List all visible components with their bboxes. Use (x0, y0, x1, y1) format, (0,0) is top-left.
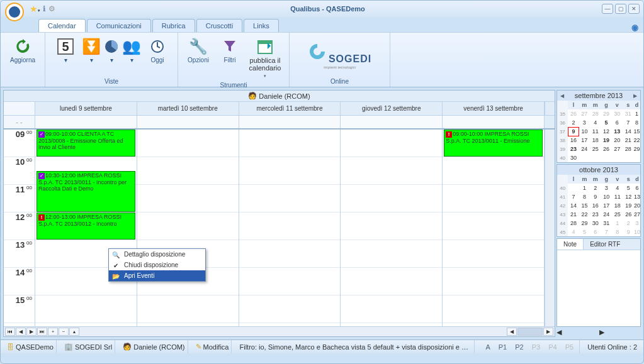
mini-cal-day[interactable]: 1 (633, 109, 640, 118)
mini-cal-day[interactable]: 18 (612, 201, 623, 210)
mini-cal-day[interactable]: 21 (568, 210, 579, 219)
mini-cal-day[interactable]: 27 (612, 145, 623, 153)
mini-cal-day[interactable]: 11 (590, 127, 601, 136)
mini-cal-day[interactable]: 30 (612, 109, 623, 118)
mini-cal-day[interactable]: 15 (579, 201, 590, 210)
mini-cal-day[interactable] (623, 153, 633, 162)
day-column[interactable] (137, 130, 239, 326)
view-pie-button[interactable]: ▾ (102, 34, 121, 66)
mini-cal-day[interactable]: 15 (633, 127, 640, 136)
mini-calendar-sep[interactable]: ◀settembre 2013▶lmmgvsd35262728293031136… (556, 90, 641, 163)
nav-prev[interactable]: ◀ (16, 328, 26, 336)
publish-button[interactable]: pubblica il calendario ▾ (246, 34, 284, 81)
mini-cal-day[interactable]: 20 (612, 136, 623, 145)
info-icon[interactable]: ℹ (43, 4, 46, 13)
view-people-button[interactable]: 👥▾ (122, 34, 141, 66)
day-header[interactable]: lunedì 9 settembre (35, 102, 137, 115)
mini-cal-day[interactable]: 3 (579, 118, 590, 127)
mini-calendar-oct[interactable]: ottobre 2013lmmgvsd401234564178910111213… (556, 164, 641, 237)
mini-cal-day[interactable] (579, 153, 590, 162)
day-column[interactable]: ✓09:00-10:00 CLIENTA A TC 2013/0008 - Em… (35, 130, 137, 326)
mini-cal-day[interactable]: 23 (590, 210, 601, 219)
mini-cal-day[interactable]: 9 (568, 127, 579, 136)
mini-cal-day[interactable]: 2 (623, 219, 633, 228)
mini-cal-day[interactable]: 8 (633, 118, 640, 127)
mini-cal-day[interactable]: 17 (601, 201, 612, 210)
mini-cal-day[interactable]: 29 (579, 219, 590, 228)
mini-cal-day[interactable]: 21 (623, 136, 633, 145)
gear-icon[interactable]: ⚙ (48, 4, 55, 13)
mini-cal-day[interactable] (590, 153, 601, 162)
mini-cal-day[interactable]: 30 (590, 219, 601, 228)
mini-cal-day[interactable] (601, 153, 611, 162)
context-menu-item[interactable]: ✔Chiudi disposizione (109, 260, 205, 270)
maximize-button[interactable]: ▢ (615, 4, 626, 14)
mini-cal-day[interactable]: 28 (590, 109, 601, 118)
day-header[interactable]: venerdì 13 settembre (443, 102, 545, 115)
nav-add[interactable]: + (48, 328, 58, 336)
mini-cal-day[interactable]: 9 (623, 228, 633, 236)
mini-cal-day[interactable]: 19 (623, 201, 633, 210)
refresh-button[interactable]: Aggiorna (6, 34, 40, 66)
mini-cal-day[interactable]: 5 (623, 184, 633, 192)
help-icon[interactable]: ◉ (631, 23, 638, 32)
mini-cal-day[interactable]: 14 (568, 201, 579, 210)
mini-cal-day[interactable]: 26 (623, 210, 633, 219)
calendar-event[interactable]: ✓09:00-10:00 CLIENTA A TC 2013/0008 - Em… (37, 130, 135, 157)
page-button[interactable]: A (482, 343, 493, 351)
tab-rubrica[interactable]: Rubrica (152, 19, 195, 32)
sb-modifica[interactable]: ✎Modifica (193, 340, 232, 353)
mini-cal-day[interactable]: 11 (612, 192, 623, 201)
mini-cal-day[interactable]: 14 (623, 127, 633, 136)
mini-cal-day[interactable]: 22 (579, 210, 590, 219)
mini-cal-day[interactable]: 27 (579, 109, 590, 118)
scroll-right[interactable]: ▶ (543, 328, 553, 336)
star-icon[interactable]: ★▾ (30, 4, 40, 14)
calendar-event[interactable]: !09:00-10:00 IMPRESA ROSSI S.p.A. TC 201… (444, 130, 543, 157)
notes-body[interactable] (557, 250, 640, 326)
day-column[interactable] (341, 130, 443, 326)
sb-company[interactable]: 🏢SOGEDI Srl (62, 340, 115, 353)
tab-links[interactable]: Links (244, 19, 279, 32)
nav-first[interactable]: ⏮ (5, 328, 15, 336)
side-scroll-left[interactable]: ◀ (556, 328, 599, 337)
nav-remove[interactable]: − (59, 328, 69, 336)
mini-cal-day[interactable]: 16 (590, 201, 601, 210)
tab-calendar[interactable]: Calendar (38, 19, 86, 32)
mini-cal-day[interactable]: 9 (590, 192, 601, 201)
mini-cal-day[interactable] (633, 153, 640, 162)
nav-last[interactable]: ⏭ (37, 328, 47, 336)
mini-cal-day[interactable]: 13 (612, 127, 623, 136)
mini-cal-day[interactable]: 8 (612, 228, 623, 236)
page-button[interactable]: P2 (512, 343, 526, 351)
mini-cal-day[interactable] (568, 184, 579, 192)
notes-tab-rtf[interactable]: Editor RTF (584, 239, 626, 250)
mini-cal-day[interactable]: 26 (601, 145, 611, 153)
calendar-event[interactable]: !12:00-13:00 IMPRESA ROSSI S.p.A. TC 201… (37, 212, 135, 240)
tab-comunicazioni[interactable]: Comunicazioni (87, 19, 151, 32)
sb-user[interactable]: 🧑Daniele (RCOM) (120, 340, 188, 353)
mini-cal-day[interactable]: 10 (601, 192, 612, 201)
next-month-icon[interactable]: ▶ (631, 93, 639, 99)
filters-button[interactable]: Filtri (215, 34, 245, 66)
mini-cal-day[interactable]: 2 (568, 118, 579, 127)
mini-cal-day[interactable]: 18 (590, 136, 601, 145)
scroll-left[interactable]: ◀ (507, 328, 517, 336)
mini-cal-day[interactable]: 30 (568, 153, 579, 162)
mini-cal-day[interactable]: 2 (590, 184, 601, 192)
mini-cal-day[interactable]: 5 (601, 118, 611, 127)
mini-cal-day[interactable]: 4 (612, 184, 623, 192)
mini-cal-day[interactable] (612, 153, 623, 162)
mini-cal-day[interactable]: 6 (590, 228, 601, 236)
day-header[interactable]: giovedì 12 settembre (341, 102, 443, 115)
calendar-event[interactable]: ✓10:30-12:00 IMPRESA ROSSI S.p.A. TC 201… (37, 171, 135, 212)
mini-cal-day[interactable]: 8 (579, 192, 590, 201)
mini-cal-day[interactable]: 16 (568, 136, 579, 145)
sb-db[interactable]: 🗄QASEDemo (4, 340, 57, 353)
context-menu-item[interactable]: 📂Apri Eventi (109, 270, 205, 281)
tab-cruscotti[interactable]: Cruscotti (196, 19, 242, 32)
mini-cal-day[interactable]: 17 (579, 136, 590, 145)
options-button[interactable]: 🔧Opzioni (183, 34, 213, 66)
mini-cal-day[interactable]: 20 (634, 201, 640, 210)
nav-expand[interactable]: ▴ (69, 328, 79, 336)
